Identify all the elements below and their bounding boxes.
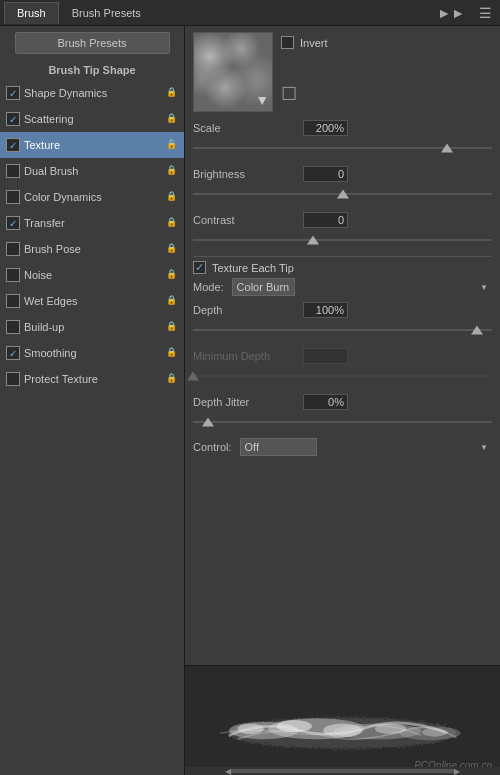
contrast-slider-thumb[interactable]: [307, 236, 319, 245]
lock-icon-color-dynamics: 🔒: [166, 191, 178, 203]
control-label: Control:: [193, 441, 232, 453]
depth-row: Depth: [193, 300, 492, 320]
scale-input[interactable]: [303, 120, 348, 136]
control-select-wrapper: Off Fade Pen Pressure Pen Tilt Stylus Wh…: [240, 438, 492, 456]
check-brush-pose[interactable]: [6, 242, 20, 256]
depth-slider-thumb[interactable]: [471, 326, 483, 335]
brush-item-noise[interactable]: Noise 🔒: [0, 262, 184, 288]
label-scattering: Scattering: [24, 113, 162, 125]
check-noise[interactable]: [6, 268, 20, 282]
texture-preview: ▼: [193, 32, 273, 112]
check-color-dynamics[interactable]: [6, 190, 20, 204]
contrast-row: Contrast: [193, 210, 492, 230]
label-color-dynamics: Color Dynamics: [24, 191, 162, 203]
scroll-right-icon[interactable]: ▶: [454, 767, 460, 776]
contrast-input[interactable]: [303, 212, 348, 228]
check-shape-dynamics[interactable]: ✓: [6, 86, 20, 100]
scrollbar-track[interactable]: [231, 769, 454, 773]
tab-brush-presets[interactable]: Brush Presets: [59, 2, 154, 24]
label-transfer: Transfer: [24, 217, 162, 229]
brush-item-protect-texture[interactable]: Protect Texture 🔒: [0, 366, 184, 392]
divider-1: [193, 256, 492, 257]
depth-input[interactable]: [303, 302, 348, 318]
scale-label: Scale: [193, 122, 303, 134]
depth-jitter-row: Depth Jitter: [193, 392, 492, 412]
scale-slider-thumb[interactable]: [441, 144, 453, 153]
brush-item-build-up[interactable]: Build-up 🔒: [0, 314, 184, 340]
brush-item-wet-edges[interactable]: Wet Edges 🔒: [0, 288, 184, 314]
check-texture[interactable]: ✓: [6, 138, 20, 152]
lock-icon-protect-texture: 🔒: [166, 373, 178, 385]
depth-slider[interactable]: [193, 322, 492, 338]
svg-point-6: [277, 720, 312, 732]
label-protect-texture: Protect Texture: [24, 373, 162, 385]
lock-icon-build-up: 🔒: [166, 321, 178, 333]
brush-item-scattering[interactable]: ✓ Scattering 🔒: [0, 106, 184, 132]
brush-item-color-dynamics[interactable]: Color Dynamics 🔒: [0, 184, 184, 210]
label-texture: Texture: [24, 139, 162, 151]
min-depth-row: Minimum Depth: [193, 346, 492, 366]
brightness-input[interactable]: [303, 166, 348, 182]
brush-item-transfer[interactable]: ✓ Transfer 🔒: [0, 210, 184, 236]
lock-icon-smoothing: 🔒: [166, 347, 178, 359]
check-protect-texture[interactable]: [6, 372, 20, 386]
tab-forward-icon[interactable]: ►►: [433, 5, 469, 21]
depth-jitter-slider[interactable]: [193, 414, 492, 430]
brightness-slider[interactable]: [193, 186, 492, 202]
texture-stamp-icon[interactable]: ☐: [281, 83, 328, 105]
lock-icon-dual-brush: 🔒: [166, 165, 178, 177]
tab-brush[interactable]: Brush: [4, 2, 59, 24]
label-dual-brush: Dual Brush: [24, 165, 162, 177]
texture-expand-icon[interactable]: ▼: [255, 92, 269, 108]
brush-item-dual-brush[interactable]: Dual Brush 🔒: [0, 158, 184, 184]
label-build-up: Build-up: [24, 321, 162, 333]
contrast-label: Contrast: [193, 214, 303, 226]
label-noise: Noise: [24, 269, 162, 281]
check-smoothing[interactable]: ✓: [6, 346, 20, 360]
mode-row: Mode: Color Burn Normal Multiply Screen …: [193, 278, 492, 296]
main-container: Brush Presets Brush Tip Shape ✓ Shape Dy…: [0, 26, 500, 775]
svg-point-8: [375, 724, 407, 735]
depth-jitter-input[interactable]: [303, 394, 348, 410]
label-shape-dynamics: Shape Dynamics: [24, 87, 162, 99]
control-select[interactable]: Off Fade Pen Pressure Pen Tilt Stylus Wh…: [240, 438, 317, 456]
texture-header: ▼ Invert ☐: [185, 26, 500, 118]
lock-icon-texture: 🔒: [166, 139, 178, 151]
brush-list: ✓ Shape Dynamics 🔒 ✓ Scattering 🔒 ✓ Text…: [0, 80, 184, 775]
brightness-label: Brightness: [193, 168, 303, 180]
check-dual-brush[interactable]: [6, 164, 20, 178]
settings-area: Scale Brightness Contrast: [185, 118, 500, 665]
contrast-slider[interactable]: [193, 232, 492, 248]
check-scattering[interactable]: ✓: [6, 112, 20, 126]
depth-jitter-slider-thumb[interactable]: [202, 418, 214, 427]
brush-item-smoothing[interactable]: ✓ Smoothing 🔒: [0, 340, 184, 366]
brush-stroke-svg: [185, 685, 500, 755]
check-transfer[interactable]: ✓: [6, 216, 20, 230]
brush-item-texture[interactable]: ✓ Texture 🔒: [0, 132, 184, 158]
tab-actions: ►► ☰: [433, 5, 496, 21]
min-depth-slider: [193, 368, 492, 384]
check-build-up[interactable]: [6, 320, 20, 334]
tab-menu-icon[interactable]: ☰: [475, 5, 496, 21]
invert-checkbox[interactable]: [281, 36, 294, 49]
mode-select[interactable]: Color Burn Normal Multiply Screen Overla…: [232, 278, 295, 296]
brightness-slider-thumb[interactable]: [337, 190, 349, 199]
brush-item-shape-dynamics[interactable]: ✓ Shape Dynamics 🔒: [0, 80, 184, 106]
texture-each-tip-label: Texture Each Tip: [212, 262, 294, 274]
scale-slider[interactable]: [193, 140, 492, 156]
brush-presets-button[interactable]: Brush Presets: [15, 32, 170, 54]
min-depth-input: [303, 348, 348, 364]
check-wet-edges[interactable]: [6, 294, 20, 308]
texture-each-tip-row: ✓ Texture Each Tip: [193, 261, 492, 274]
svg-point-5: [238, 724, 264, 735]
texture-each-tip-checkbox[interactable]: ✓: [193, 261, 206, 274]
brush-tip-shape-title: Brush Tip Shape: [0, 60, 184, 80]
lock-icon-brush-pose: 🔒: [166, 243, 178, 255]
lock-icon-transfer: 🔒: [166, 217, 178, 229]
lock-icon-noise: 🔒: [166, 269, 178, 281]
contrast-slider-track: [193, 239, 492, 241]
min-depth-label: Minimum Depth: [193, 350, 303, 362]
control-row: Control: Off Fade Pen Pressure Pen Tilt …: [193, 438, 492, 456]
label-smoothing: Smoothing: [24, 347, 162, 359]
brush-item-brush-pose[interactable]: Brush Pose 🔒: [0, 236, 184, 262]
